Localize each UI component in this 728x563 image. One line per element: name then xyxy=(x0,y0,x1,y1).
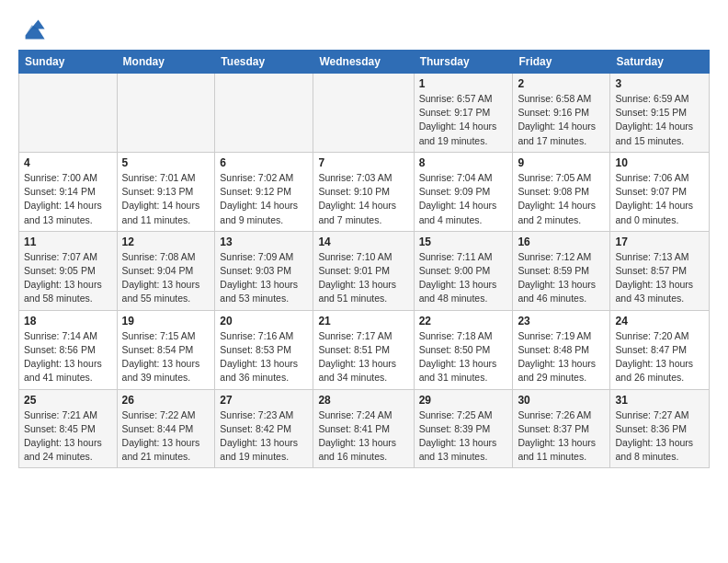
day-cell: 6Sunrise: 7:02 AMSunset: 9:12 PMDaylight… xyxy=(215,152,313,231)
weekday-wednesday: Wednesday xyxy=(313,51,414,74)
logo xyxy=(18,15,46,40)
weekday-header-row: SundayMondayTuesdayWednesdayThursdayFrid… xyxy=(19,51,710,74)
day-info: Sunrise: 7:26 AMSunset: 8:37 PMDaylight:… xyxy=(518,408,605,465)
day-number: 6 xyxy=(220,156,308,169)
day-cell: 28Sunrise: 7:24 AMSunset: 8:41 PMDayligh… xyxy=(313,389,414,468)
day-number: 30 xyxy=(518,394,605,407)
day-number: 12 xyxy=(122,236,210,248)
day-cell: 27Sunrise: 7:23 AMSunset: 8:42 PMDayligh… xyxy=(215,389,313,468)
day-number: 13 xyxy=(220,236,308,248)
day-info: Sunrise: 7:09 AMSunset: 9:03 PMDaylight:… xyxy=(220,250,308,306)
day-info: Sunrise: 7:22 AMSunset: 8:44 PMDaylight:… xyxy=(122,408,210,465)
day-number: 9 xyxy=(518,156,605,169)
day-cell: 24Sunrise: 7:20 AMSunset: 8:47 PMDayligh… xyxy=(610,310,710,389)
day-info: Sunrise: 6:59 AMSunset: 9:15 PMDaylight:… xyxy=(615,92,704,148)
day-info: Sunrise: 7:15 AMSunset: 8:54 PMDaylight:… xyxy=(122,329,210,385)
day-number: 17 xyxy=(615,236,704,248)
day-number: 20 xyxy=(220,315,308,327)
day-info: Sunrise: 7:05 AMSunset: 9:08 PMDaylight:… xyxy=(518,171,605,227)
page: SundayMondayTuesdayWednesdayThursdayFrid… xyxy=(0,0,728,563)
week-row-1: 1Sunrise: 6:57 AMSunset: 9:17 PMDaylight… xyxy=(19,74,710,153)
day-number: 11 xyxy=(24,236,112,248)
day-cell: 22Sunrise: 7:18 AMSunset: 8:50 PMDayligh… xyxy=(414,310,513,389)
day-info: Sunrise: 7:25 AMSunset: 8:39 PMDaylight:… xyxy=(419,408,508,465)
day-info: Sunrise: 7:24 AMSunset: 8:41 PMDaylight:… xyxy=(318,408,408,465)
day-info: Sunrise: 6:58 AMSunset: 9:16 PMDaylight:… xyxy=(518,92,605,148)
day-number: 10 xyxy=(615,156,704,169)
day-cell: 21Sunrise: 7:17 AMSunset: 8:51 PMDayligh… xyxy=(313,310,414,389)
day-info: Sunrise: 7:19 AMSunset: 8:48 PMDaylight:… xyxy=(518,329,605,385)
day-info: Sunrise: 7:03 AMSunset: 9:10 PMDaylight:… xyxy=(318,171,408,227)
day-info: Sunrise: 7:20 AMSunset: 8:47 PMDaylight:… xyxy=(615,329,704,385)
day-cell: 16Sunrise: 7:12 AMSunset: 8:59 PMDayligh… xyxy=(513,231,610,310)
svg-marker-0 xyxy=(26,20,45,40)
day-number: 26 xyxy=(122,394,210,407)
week-row-5: 25Sunrise: 7:21 AMSunset: 8:45 PMDayligh… xyxy=(19,389,710,468)
day-number: 15 xyxy=(419,236,508,248)
day-info: Sunrise: 7:01 AMSunset: 9:13 PMDaylight:… xyxy=(122,171,210,227)
day-info: Sunrise: 7:23 AMSunset: 8:42 PMDaylight:… xyxy=(220,408,308,465)
day-info: Sunrise: 7:27 AMSunset: 8:36 PMDaylight:… xyxy=(615,408,704,465)
day-number: 31 xyxy=(615,394,704,407)
day-cell: 12Sunrise: 7:08 AMSunset: 9:04 PMDayligh… xyxy=(117,231,215,310)
weekday-friday: Friday xyxy=(513,51,610,74)
day-cell: 10Sunrise: 7:06 AMSunset: 9:07 PMDayligh… xyxy=(610,152,710,231)
day-number: 23 xyxy=(518,315,605,327)
day-number: 29 xyxy=(419,394,508,407)
day-number: 22 xyxy=(419,315,508,327)
day-cell: 14Sunrise: 7:10 AMSunset: 9:01 PMDayligh… xyxy=(313,231,414,310)
week-row-4: 18Sunrise: 7:14 AMSunset: 8:56 PMDayligh… xyxy=(19,310,710,389)
day-number: 18 xyxy=(24,315,112,327)
day-number: 19 xyxy=(122,315,210,327)
day-cell: 23Sunrise: 7:19 AMSunset: 8:48 PMDayligh… xyxy=(513,310,610,389)
day-cell: 31Sunrise: 7:27 AMSunset: 8:36 PMDayligh… xyxy=(610,389,710,468)
day-cell: 8Sunrise: 7:04 AMSunset: 9:09 PMDaylight… xyxy=(414,152,513,231)
day-info: Sunrise: 7:13 AMSunset: 8:57 PMDaylight:… xyxy=(615,250,704,306)
day-number: 14 xyxy=(318,236,408,248)
day-info: Sunrise: 7:06 AMSunset: 9:07 PMDaylight:… xyxy=(615,171,704,227)
day-info: Sunrise: 7:12 AMSunset: 8:59 PMDaylight:… xyxy=(518,250,605,306)
day-cell: 5Sunrise: 7:01 AMSunset: 9:13 PMDaylight… xyxy=(117,152,215,231)
day-info: Sunrise: 7:08 AMSunset: 9:04 PMDaylight:… xyxy=(122,250,210,306)
day-number: 16 xyxy=(518,236,605,248)
week-row-2: 4Sunrise: 7:00 AMSunset: 9:14 PMDaylight… xyxy=(19,152,710,231)
day-info: Sunrise: 7:14 AMSunset: 8:56 PMDaylight:… xyxy=(24,329,112,385)
day-info: Sunrise: 7:16 AMSunset: 8:53 PMDaylight:… xyxy=(220,329,308,385)
header xyxy=(18,15,710,40)
day-cell: 3Sunrise: 6:59 AMSunset: 9:15 PMDaylight… xyxy=(610,74,710,153)
day-cell: 13Sunrise: 7:09 AMSunset: 9:03 PMDayligh… xyxy=(215,231,313,310)
day-number: 4 xyxy=(24,156,112,169)
day-cell: 9Sunrise: 7:05 AMSunset: 9:08 PMDaylight… xyxy=(513,152,610,231)
day-number: 24 xyxy=(615,315,704,327)
day-cell: 15Sunrise: 7:11 AMSunset: 9:00 PMDayligh… xyxy=(414,231,513,310)
day-info: Sunrise: 7:10 AMSunset: 9:01 PMDaylight:… xyxy=(318,250,408,306)
day-info: Sunrise: 7:21 AMSunset: 8:45 PMDaylight:… xyxy=(24,408,112,465)
day-number: 28 xyxy=(318,394,408,407)
day-cell: 7Sunrise: 7:03 AMSunset: 9:10 PMDaylight… xyxy=(313,152,414,231)
day-number: 3 xyxy=(615,77,704,90)
day-cell xyxy=(19,74,118,153)
day-cell: 30Sunrise: 7:26 AMSunset: 8:37 PMDayligh… xyxy=(513,389,610,468)
weekday-tuesday: Tuesday xyxy=(215,51,313,74)
day-info: Sunrise: 7:18 AMSunset: 8:50 PMDaylight:… xyxy=(419,329,508,385)
day-number: 8 xyxy=(419,156,508,169)
weekday-monday: Monday xyxy=(117,51,215,74)
day-number: 5 xyxy=(122,156,210,169)
day-info: Sunrise: 7:17 AMSunset: 8:51 PMDaylight:… xyxy=(318,329,408,385)
day-info: Sunrise: 6:57 AMSunset: 9:17 PMDaylight:… xyxy=(419,92,508,148)
day-cell xyxy=(215,74,313,153)
day-cell: 20Sunrise: 7:16 AMSunset: 8:53 PMDayligh… xyxy=(215,310,313,389)
day-cell: 17Sunrise: 7:13 AMSunset: 8:57 PMDayligh… xyxy=(610,231,710,310)
day-cell: 18Sunrise: 7:14 AMSunset: 8:56 PMDayligh… xyxy=(19,310,118,389)
day-cell: 26Sunrise: 7:22 AMSunset: 8:44 PMDayligh… xyxy=(117,389,215,468)
day-number: 25 xyxy=(24,394,112,407)
weekday-thursday: Thursday xyxy=(414,51,513,74)
day-cell: 25Sunrise: 7:21 AMSunset: 8:45 PMDayligh… xyxy=(19,389,118,468)
day-cell: 29Sunrise: 7:25 AMSunset: 8:39 PMDayligh… xyxy=(414,389,513,468)
day-info: Sunrise: 7:00 AMSunset: 9:14 PMDaylight:… xyxy=(24,171,112,227)
day-number: 27 xyxy=(220,394,308,407)
logo-icon xyxy=(20,15,46,40)
day-cell: 2Sunrise: 6:58 AMSunset: 9:16 PMDaylight… xyxy=(513,74,610,153)
day-number: 7 xyxy=(318,156,408,169)
day-cell: 4Sunrise: 7:00 AMSunset: 9:14 PMDaylight… xyxy=(19,152,118,231)
